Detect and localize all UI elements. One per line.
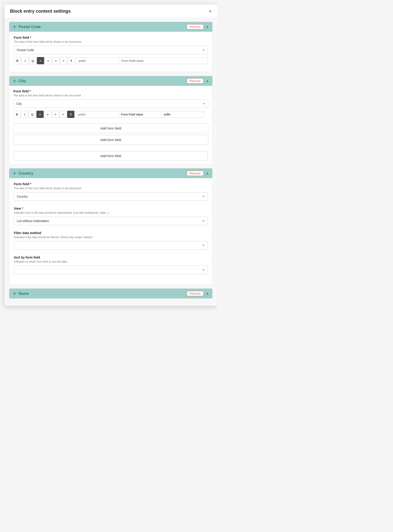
align-left-btn-postal-code[interactable]: ≡: [37, 57, 44, 64]
block-country-body: Form field * The data of this form field…: [9, 178, 212, 285]
remove-button-postal-code[interactable]: Remove: [187, 24, 203, 30]
add-form-field-btn-city-outer[interactable]: Add form field: [14, 151, 208, 161]
form-field-section-city: Form field * The data of this form field…: [13, 90, 208, 118]
sort-desc-country: Indicates on which form field to sort th…: [14, 260, 208, 263]
view-label-country: View *: [14, 207, 208, 210]
block-name-header: ✛ Name Remove ∧: [9, 289, 212, 298]
form-field-select-postal-code[interactable]: Postal Code: [14, 46, 208, 54]
align-right-btn-city[interactable]: ≡: [52, 111, 59, 118]
block-postal-code-title: Postal Code: [19, 25, 185, 29]
field-value-input-postal-code[interactable]: [119, 57, 208, 64]
form-field-label-city: Form field *: [13, 90, 208, 93]
remove-button-country[interactable]: Remove: [187, 171, 203, 176]
drag-icon-country[interactable]: ✛: [13, 171, 16, 176]
dialog-title: Block entry content settings: [10, 9, 71, 14]
form-field-section-country: Form field * The data of this form field…: [14, 182, 208, 204]
align-justify-btn-city[interactable]: ≡: [59, 111, 67, 118]
toolbar-city: B I U ≡ ≡ ≡ ≡ ¶: [13, 111, 208, 118]
bold-btn-city[interactable]: B: [13, 111, 20, 118]
filter-desc-country: Indicates if the data should be filtered…: [14, 236, 208, 239]
suffix-input-city[interactable]: [162, 111, 204, 118]
align-left-btn-city[interactable]: ≡: [36, 111, 44, 118]
prefix-input-postal-code[interactable]: [76, 57, 119, 64]
block-country: ✛ Country Remove ∧ Form field * The data…: [9, 168, 212, 285]
italic-btn-postal-code[interactable]: I: [21, 57, 29, 64]
drag-icon-city[interactable]: ✛: [13, 79, 16, 84]
collapse-button-postal-code[interactable]: ∧: [206, 25, 209, 30]
form-field-section-postal-code: Form field * The data of this form field…: [14, 36, 208, 64]
view-section-country: View * Indicates how to the data should …: [14, 207, 208, 228]
dialog: Block entry content settings × ✛ Postal …: [5, 5, 217, 306]
collapse-button-country[interactable]: ∧: [206, 171, 209, 176]
align-right-btn-postal-code[interactable]: ≡: [52, 57, 59, 64]
collapse-button-city[interactable]: ∧: [206, 79, 209, 84]
bold-btn-postal-code[interactable]: B: [14, 57, 21, 64]
block-country-title: Country: [19, 171, 185, 176]
sort-section-country: Sort by form field Indicates on which fo…: [14, 256, 208, 277]
underline-btn-city[interactable]: U: [29, 111, 36, 118]
form-field-desc-city: The data of this form field will be show…: [13, 94, 208, 97]
add-form-field-outer-city: Add form field: [9, 149, 212, 164]
add-form-field-btn-city-2[interactable]: Add form field: [13, 135, 208, 145]
field-value-input-city[interactable]: [119, 111, 162, 118]
filter-select-country[interactable]: [14, 241, 208, 250]
filter-label-country: Filter data method: [14, 231, 208, 235]
paragraph-btn-postal-code[interactable]: ¶: [68, 57, 75, 64]
italic-btn-city[interactable]: I: [21, 111, 28, 118]
dialog-header: Block entry content settings ×: [5, 5, 217, 18]
block-postal-code-header: ✛ Postal Code Remove ∧: [9, 22, 212, 32]
sort-label-country: Sort by form field: [14, 256, 208, 259]
block-name-title: Name: [19, 291, 185, 296]
block-name: ✛ Name Remove ∧: [9, 288, 212, 299]
block-country-header: ✛ Country Remove ∧: [9, 168, 212, 178]
form-field-desc-postal-code: The data of this form field will be show…: [14, 40, 208, 44]
drag-icon-postal-code[interactable]: ✛: [13, 25, 16, 30]
view-desc-country: Indicates how to the data should be repr…: [14, 211, 208, 214]
paragraph-btn-city[interactable]: ¶: [67, 111, 74, 118]
underline-btn-postal-code[interactable]: U: [29, 57, 36, 64]
block-city-header: ✛ City Remove ∧: [9, 76, 212, 86]
close-button[interactable]: ×: [209, 9, 212, 14]
view-select-country[interactable]: List without Indentation: [14, 217, 208, 225]
form-field-label-country: Form field *: [14, 182, 208, 186]
filter-section-country: Filter data method Indicates if the data…: [14, 231, 208, 252]
block-city: ✛ City Remove ∧ Form field * The data of…: [9, 76, 212, 165]
collapse-button-name[interactable]: ∧: [206, 291, 209, 296]
add-form-field-btn-city-1[interactable]: Add form field: [13, 123, 208, 133]
block-postal-code-body: Form field * The data of this form field…: [9, 32, 212, 72]
remove-button-name[interactable]: Remove: [187, 291, 203, 296]
remove-button-city[interactable]: Remove: [187, 78, 203, 84]
block-postal-code: ✛ Postal Code Remove ∧ Form field * The …: [9, 22, 212, 72]
form-field-desc-country: The data of this form field will be show…: [14, 187, 208, 190]
form-field-select-country[interactable]: Country: [14, 192, 208, 201]
block-city-title: City: [19, 79, 185, 83]
align-justify-btn-postal-code[interactable]: ≡: [60, 57, 67, 64]
toolbar-postal-code: B I U ≡ ≡ ≡ ≡ ¶: [14, 57, 208, 64]
align-center-btn-city[interactable]: ≡: [44, 111, 51, 118]
prefix-input-city[interactable]: [76, 111, 119, 118]
drag-icon-name[interactable]: ✛: [13, 291, 16, 296]
sort-select-country[interactable]: [14, 266, 208, 274]
dialog-body: ✛ Postal Code Remove ∧ Form field * The …: [5, 18, 217, 306]
form-field-label-postal-code: Form field *: [14, 36, 208, 39]
align-center-btn-postal-code[interactable]: ≡: [44, 57, 52, 64]
form-field-select-city[interactable]: City: [13, 99, 208, 108]
block-city-body: Form field * The data of this form field…: [9, 86, 212, 149]
